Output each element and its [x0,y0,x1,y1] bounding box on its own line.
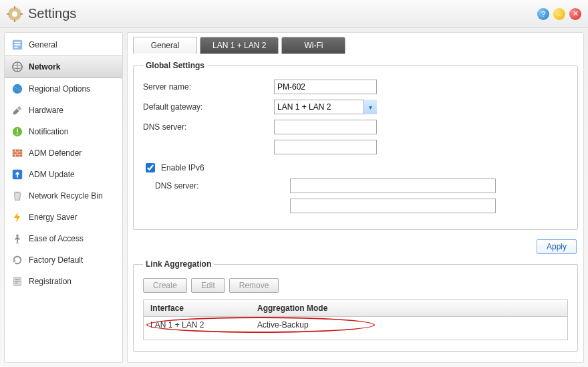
sidebar-item-notification[interactable]: Notification [5,121,122,142]
svg-rect-31 [15,283,18,283]
general-icon [11,39,23,51]
dns1-input[interactable] [274,120,377,134]
svg-rect-4 [7,13,9,15]
edit-button[interactable]: Edit [191,278,225,293]
svg-rect-30 [15,281,19,281]
sidebar-item-label: Factory Default [29,255,83,265]
window-title: Settings [28,6,533,21]
sidebar-item-label: ADM Update [29,170,75,179]
recycle-icon [11,190,23,202]
sidebar-item-network[interactable]: Network [5,55,122,78]
help-button[interactable]: ? [537,8,549,20]
sidebar-item-label: Ease of Access [29,234,84,243]
ipv6-dns2-input[interactable] [290,199,496,213]
main-panel: General LAN 1 + LAN 2 Wi-Fi Global Setti… [127,32,584,363]
svg-rect-5 [20,13,23,15]
sidebar-item-label: Notification [29,127,68,136]
sidebar-item-defender[interactable]: ADM Defender [5,142,122,164]
svg-rect-8 [15,44,21,45]
titlebar: Settings ? – ✕ [0,0,588,28]
aggregation-grid: Interface Aggregation Mode LAN 1 + LAN 2… [143,299,568,340]
sidebar-item-factory[interactable]: Factory Default [5,249,122,271]
factory-icon [11,254,23,266]
link-aggregation-legend: Link Aggregation [143,259,214,269]
svg-rect-15 [17,129,18,132]
sidebar-item-update[interactable]: ADM Update [5,164,122,185]
settings-icon [7,6,23,22]
dns-label: DNS server: [143,122,274,132]
settings-window: Settings ? – ✕ General Network Regional … [0,0,588,367]
svg-rect-26 [15,192,19,193]
ease-icon [11,233,23,245]
gateway-label: Default gateway: [143,102,274,112]
ipv6-dns-label: DNS server: [143,181,290,191]
row-mode: Active-Backup [251,317,567,333]
tab-general[interactable]: General [133,37,197,54]
sidebar-item-regional[interactable]: Regional Options [5,78,122,100]
ipv6-dns1-input[interactable] [290,178,496,193]
update-icon [11,168,23,180]
global-settings-legend: Global Settings [143,61,207,70]
svg-rect-2 [14,6,15,9]
grid-header: Interface Aggregation Mode [144,300,567,317]
row-interface: LAN 1 + LAN 2 [144,317,251,333]
global-settings-fieldset: Global Settings Server name: Default gat… [133,61,578,230]
apply-button[interactable]: Apply [537,239,577,254]
ipv6-checkbox[interactable] [146,163,155,172]
sidebar-item-hardware[interactable]: Hardware [5,100,122,121]
sidebar-item-label: Registration [29,277,71,286]
sidebar-item-label: Network [29,62,60,72]
registration-icon [11,275,23,287]
svg-rect-9 [15,47,18,48]
col-interface-header[interactable]: Interface [144,300,251,316]
tab-lan[interactable]: LAN 1 + LAN 2 [200,37,279,54]
firewall-icon [11,147,23,159]
sidebar-item-general[interactable]: General [5,34,122,55]
notification-icon [11,126,23,138]
sidebar-item-registration[interactable]: Registration [5,271,122,292]
col-mode-header[interactable]: Aggregation Mode [251,300,567,316]
sidebar-item-label: Energy Saver [29,213,78,222]
sidebar-item-label: Network Recycle Bin [29,191,103,201]
sidebar-item-label: Regional Options [29,84,90,94]
sidebar-item-energy[interactable]: Energy Saver [5,207,122,228]
sidebar-item-recycle[interactable]: Network Recycle Bin [5,185,122,207]
table-row[interactable]: LAN 1 + LAN 2 Active-Backup [144,317,567,333]
gateway-select[interactable] [274,100,377,114]
remove-button[interactable]: Remove [229,278,279,293]
svg-rect-7 [15,42,21,43]
create-button[interactable]: Create [143,278,187,293]
sidebar: General Network Regional Options Hardwar… [4,32,123,363]
svg-rect-29 [15,279,19,279]
server-name-input[interactable] [274,80,377,94]
sidebar-item-label: ADM Defender [29,148,82,158]
server-name-label: Server name: [143,82,274,92]
svg-point-1 [12,11,17,17]
svg-point-27 [16,235,19,237]
globe-icon [11,83,23,95]
network-icon [11,61,23,73]
link-aggregation-fieldset: Link Aggregation Create Edit Remove Inte… [133,259,578,352]
energy-icon [11,211,23,223]
body: General Network Regional Options Hardwar… [0,28,588,367]
tab-wifi[interactable]: Wi-Fi [281,37,345,54]
tab-bar: General LAN 1 + LAN 2 Wi-Fi [133,37,578,54]
minimize-button[interactable]: – [553,8,565,20]
svg-rect-16 [17,134,18,135]
hardware-icon [11,104,23,116]
chevron-down-icon[interactable]: ▾ [363,100,377,114]
close-button[interactable]: ✕ [569,8,581,20]
sidebar-item-label: Hardware [29,106,63,115]
ipv6-label: Enable IPv6 [161,163,204,172]
sidebar-item-label: General [29,40,57,49]
svg-rect-3 [14,19,15,22]
dns2-input[interactable] [274,140,377,154]
sidebar-item-ease[interactable]: Ease of Access [5,228,122,249]
